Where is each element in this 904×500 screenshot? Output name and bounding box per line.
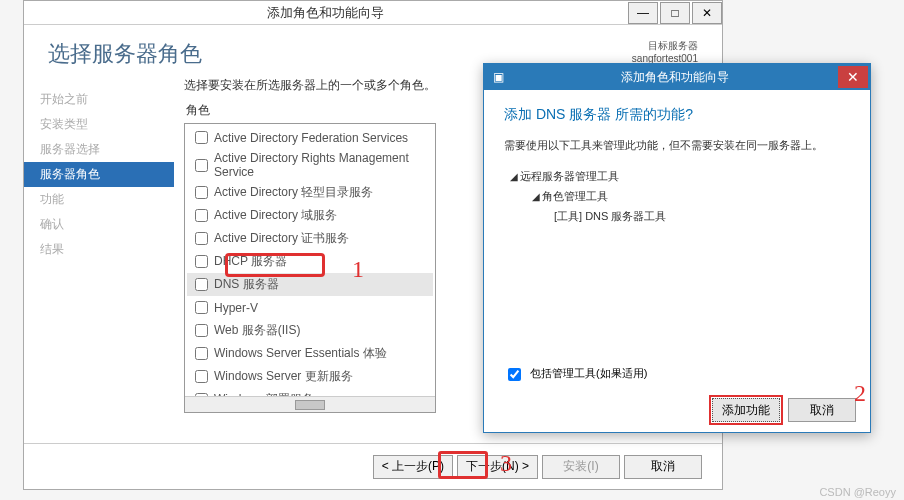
close-button[interactable]: ✕ [692, 2, 722, 24]
destination-server: 目标服务器 sangfortest001 [632, 39, 698, 65]
nav-features[interactable]: 功能 [24, 187, 174, 212]
nav-confirmation[interactable]: 确认 [24, 212, 174, 237]
next-button[interactable]: 下一步(N) > [457, 455, 538, 479]
add-features-dialog: ▣ 添加角色和功能向导 ✕ 添加 DNS 服务器 所需的功能? 需要使用以下工具… [483, 63, 871, 433]
role-checkbox[interactable] [195, 131, 208, 144]
features-tree: ◢远程服务器管理工具 ◢角色管理工具 [工具] DNS 服务器工具 [504, 167, 850, 226]
dialog-heading: 添加 DNS 服务器 所需的功能? [504, 106, 850, 124]
role-wsus[interactable]: Windows Server 更新服务 [187, 365, 433, 388]
wizard-nav-sidebar: 开始之前 安装类型 服务器选择 服务器角色 功能 确认 结果 [24, 77, 174, 447]
role-checkbox[interactable] [195, 232, 208, 245]
role-checkbox[interactable] [195, 301, 208, 314]
dialog-cancel-button[interactable]: 取消 [788, 398, 856, 422]
tree-item[interactable]: ◢角色管理工具 [504, 187, 850, 207]
role-checkbox[interactable] [195, 278, 208, 291]
role-checkbox[interactable] [195, 209, 208, 222]
role-adcs[interactable]: Active Directory 证书服务 [187, 227, 433, 250]
annotation-number-3: 3 [500, 450, 512, 477]
dialog-titlebar: ▣ 添加角色和功能向导 ✕ [484, 64, 870, 90]
annotation-number-1: 1 [352, 256, 364, 283]
dialog-text: 需要使用以下工具来管理此功能，但不需要安装在同一服务器上。 [504, 138, 850, 153]
annotation-number-2: 2 [854, 380, 866, 407]
wizard-footer: < 上一步(P) 下一步(N) > 安装(I) 取消 [24, 443, 722, 489]
role-adds[interactable]: Active Directory 域服务 [187, 204, 433, 227]
install-button[interactable]: 安装(I) [542, 455, 620, 479]
role-checkbox[interactable] [195, 159, 208, 172]
dialog-title: 添加角色和功能向导 [512, 69, 838, 86]
dialog-close-button[interactable]: ✕ [838, 66, 868, 88]
horizontal-scrollbar[interactable] [185, 396, 435, 412]
role-dns[interactable]: DNS 服务器 [187, 273, 433, 296]
tree-item[interactable]: [工具] DNS 服务器工具 [504, 207, 850, 227]
tree-item[interactable]: ◢远程服务器管理工具 [504, 167, 850, 187]
nav-before-you-begin[interactable]: 开始之前 [24, 87, 174, 112]
role-checkbox[interactable] [195, 255, 208, 268]
cancel-button[interactable]: 取消 [624, 455, 702, 479]
watermark: CSDN @Reoyy [819, 486, 896, 498]
nav-installation-type[interactable]: 安装类型 [24, 112, 174, 137]
include-tools-checkbox-row[interactable]: 包括管理工具(如果适用) [504, 365, 647, 384]
page-title: 选择服务器角色 [48, 39, 202, 69]
role-essentials[interactable]: Windows Server Essentials 体验 [187, 342, 433, 365]
role-iis[interactable]: Web 服务器(IIS) [187, 319, 433, 342]
nav-server-roles[interactable]: 服务器角色 [24, 162, 174, 187]
add-features-button[interactable]: 添加功能 [712, 398, 780, 422]
role-checkbox[interactable] [195, 186, 208, 199]
wizard-icon: ▣ [488, 67, 508, 87]
minimize-button[interactable]: — [628, 2, 658, 24]
main-window-title: 添加角色和功能向导 [24, 4, 626, 22]
role-adlds[interactable]: Active Directory 轻型目录服务 [187, 181, 433, 204]
main-titlebar: 添加角色和功能向导 — □ ✕ [24, 1, 722, 25]
prev-button[interactable]: < 上一步(P) [373, 455, 453, 479]
role-dhcp[interactable]: DHCP 服务器 [187, 250, 433, 273]
nav-server-selection[interactable]: 服务器选择 [24, 137, 174, 162]
role-checkbox[interactable] [195, 324, 208, 337]
nav-results[interactable]: 结果 [24, 237, 174, 262]
role-adfs[interactable]: Active Directory Federation Services [187, 126, 433, 149]
role-checkbox[interactable] [195, 347, 208, 360]
maximize-button[interactable]: □ [660, 2, 690, 24]
roles-listbox[interactable]: Active Directory Federation Services Act… [184, 123, 436, 413]
role-hyperv[interactable]: Hyper-V [187, 296, 433, 319]
role-checkbox[interactable] [195, 370, 208, 383]
include-tools-checkbox[interactable] [508, 368, 521, 381]
role-adrms[interactable]: Active Directory Rights Management Servi… [187, 149, 433, 181]
